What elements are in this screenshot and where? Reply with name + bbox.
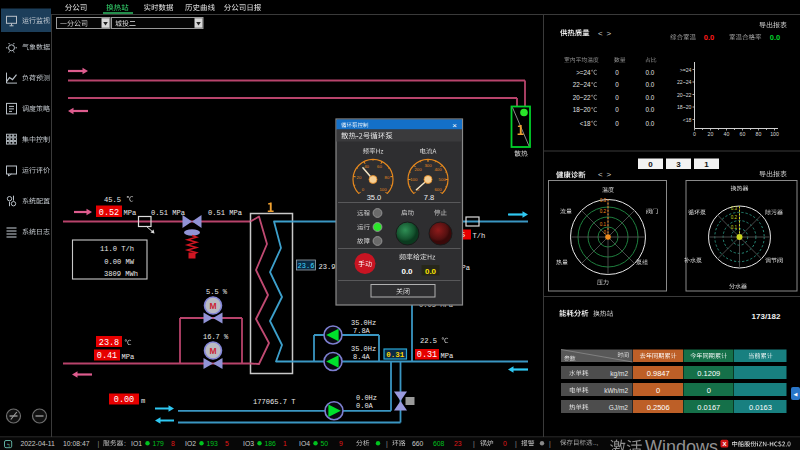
svg-text:100: 100: [770, 131, 779, 137]
svg-text:↰: ↰: [6, 442, 10, 448]
svg-text:18~20: 18~20: [573, 106, 591, 113]
svg-text:<18: <18: [580, 120, 591, 127]
svg-text:23.9: 23.9: [319, 263, 336, 271]
svg-text:10:08:47: 10:08:47: [63, 440, 90, 447]
svg-text:60: 60: [377, 164, 382, 169]
svg-text:0.0: 0.0: [646, 120, 655, 127]
svg-text:2022-04-11: 2022-04-11: [21, 440, 55, 447]
svg-text:m: m: [141, 397, 145, 405]
svg-text:M: M: [209, 346, 216, 356]
svg-text:660: 660: [412, 440, 424, 447]
svg-text:3: 3: [676, 160, 681, 169]
svg-text:16.7 %: 16.7 %: [203, 333, 229, 341]
svg-text:0.2506: 0.2506: [647, 403, 670, 412]
svg-text:0.0: 0.0: [770, 33, 780, 42]
svg-text:×: ×: [452, 121, 457, 130]
svg-text:<: <: [598, 29, 603, 38]
svg-text:0: 0: [615, 69, 619, 76]
svg-text:M: M: [209, 301, 216, 311]
svg-text:|: |: [473, 440, 475, 448]
svg-text:23.8: 23.8: [99, 338, 119, 348]
svg-text:1: 1: [283, 440, 287, 447]
svg-text:18~20: 18~20: [677, 104, 692, 110]
svg-text:45.5: 45.5: [104, 196, 121, 204]
svg-text:179: 179: [153, 440, 165, 447]
svg-text:5.5 %: 5.5 %: [206, 288, 228, 296]
svg-text:50: 50: [321, 440, 329, 447]
svg-text:MPa: MPa: [124, 209, 138, 217]
svg-text:60: 60: [740, 131, 746, 137]
svg-text:22.5: 22.5: [420, 337, 437, 345]
svg-text:0.0: 0.0: [425, 267, 437, 276]
svg-text:8: 8: [171, 440, 175, 447]
svg-text:0.00: 0.00: [114, 395, 134, 405]
svg-text:X: X: [722, 441, 726, 447]
svg-text:0.41: 0.41: [97, 351, 117, 361]
svg-text:0.2: 0.2: [600, 209, 607, 214]
svg-text:0.0A: 0.0A: [356, 402, 374, 410]
svg-text:22~24: 22~24: [677, 79, 692, 85]
svg-text:IO3: IO3: [243, 440, 254, 447]
svg-text:608: 608: [433, 440, 445, 447]
svg-text:300: 300: [424, 163, 432, 168]
svg-text:500: 500: [439, 177, 447, 182]
svg-text:35.0: 35.0: [367, 193, 382, 202]
svg-text:22~24: 22~24: [573, 81, 591, 88]
svg-text:0.9847: 0.9847: [647, 369, 670, 378]
svg-text:>=24: >=24: [576, 69, 591, 76]
svg-text:T/h: T/h: [473, 232, 486, 240]
svg-text:0.0: 0.0: [646, 81, 655, 88]
svg-text:0.0: 0.0: [704, 33, 714, 42]
svg-text:0.51 MPa: 0.51 MPa: [151, 209, 186, 217]
svg-text:8.4A: 8.4A: [353, 353, 371, 361]
svg-text:20~22: 20~22: [677, 92, 692, 98]
svg-text:MPa: MPa: [441, 352, 455, 360]
svg-text:0: 0: [693, 131, 696, 137]
svg-text:0.0: 0.0: [646, 69, 655, 76]
svg-text:1: 1: [704, 160, 709, 169]
svg-text:◀: ◀: [794, 391, 798, 397]
svg-text:0.0Hz: 0.0Hz: [356, 394, 377, 402]
svg-text:>=24: >=24: [680, 67, 692, 73]
svg-text:0.51 MPa: 0.51 MPa: [208, 209, 243, 217]
svg-text:0: 0: [615, 120, 619, 127]
svg-text:IO1: IO1: [131, 440, 142, 447]
svg-text:MPa: MPa: [122, 353, 136, 361]
svg-text:40: 40: [364, 164, 369, 169]
svg-text:5: 5: [225, 440, 229, 447]
svg-text:20: 20: [708, 131, 714, 137]
svg-text:80: 80: [756, 131, 762, 137]
svg-text:0: 0: [707, 386, 711, 395]
svg-text:|: |: [386, 440, 388, 448]
svg-text:IO2: IO2: [185, 440, 196, 447]
svg-text:kg/m2: kg/m2: [610, 370, 628, 378]
svg-text:200: 200: [414, 167, 422, 172]
svg-text:0.3: 0.3: [600, 198, 607, 203]
svg-text:20~22: 20~22: [573, 94, 591, 101]
svg-text:193: 193: [207, 440, 219, 447]
svg-text:7.8A: 7.8A: [353, 327, 371, 335]
svg-text:23: 23: [454, 440, 462, 447]
svg-text:7.8: 7.8: [424, 193, 434, 202]
svg-text:IO4: IO4: [299, 440, 310, 447]
svg-text:400: 400: [434, 167, 442, 172]
svg-text:9: 9: [339, 440, 343, 447]
svg-text:0: 0: [615, 106, 619, 113]
svg-text:0.0163: 0.0163: [749, 403, 772, 412]
svg-text:3809 MWh: 3809 MWh: [104, 270, 138, 278]
svg-text:35.0Hz: 35.0Hz: [351, 319, 376, 327]
svg-text:0.0: 0.0: [646, 106, 655, 113]
svg-text:173/182: 173/182: [752, 312, 781, 321]
svg-text:0: 0: [648, 160, 653, 169]
svg-text:0: 0: [615, 81, 619, 88]
svg-text:GJ/m2: GJ/m2: [609, 404, 629, 411]
svg-text:100: 100: [379, 187, 387, 192]
svg-text:<: <: [598, 170, 603, 179]
svg-text:80: 80: [385, 175, 390, 180]
svg-text:|: |: [549, 440, 551, 448]
svg-text:0: 0: [615, 94, 619, 101]
svg-text:40: 40: [724, 131, 730, 137]
svg-text:Windows: Windows: [645, 437, 718, 450]
svg-text:177065.7 T: 177065.7 T: [253, 398, 296, 406]
svg-text:0.31: 0.31: [417, 350, 437, 360]
